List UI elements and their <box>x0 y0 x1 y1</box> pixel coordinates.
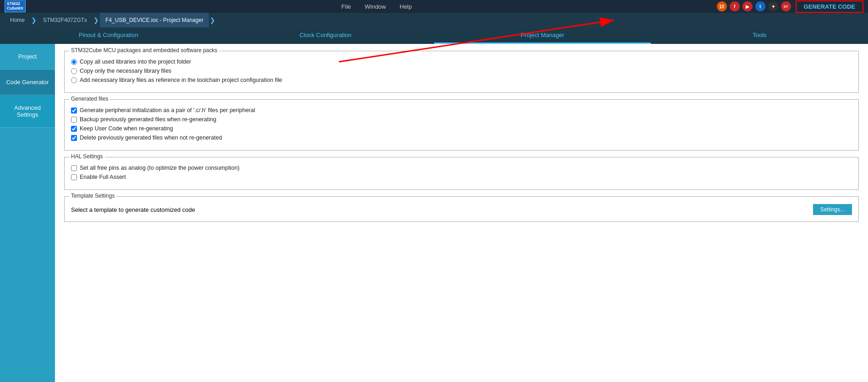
tab-bar: Pinout & Configuration Clock Configurati… <box>0 27 868 44</box>
top-right-icons: 10 f ▶ t ✦ ST <box>717 1 791 11</box>
template-settings-title: Template Settings <box>69 193 116 199</box>
check-generate-peripheral-label: Generate peripheral initialization as a … <box>80 107 255 113</box>
menu-window[interactable]: Window <box>365 3 386 10</box>
check-delete-previously-input[interactable] <box>71 135 77 141</box>
tab-tools[interactable]: Tools <box>651 27 868 44</box>
check-full-assert-label: Enable Full Assert <box>80 174 126 180</box>
breadcrumb-bar: Home ❯ STM32F407ZGTx ❯ F4_USB_DEVICE.ioc… <box>0 13 868 27</box>
check-free-pins-label: Set all free pins as analog (to optimize… <box>80 165 240 171</box>
st-icon[interactable]: ST <box>781 1 791 11</box>
generate-code-button[interactable]: GENERATE CODE <box>796 0 863 13</box>
tab-pinout[interactable]: Pinout & Configuration <box>0 27 217 44</box>
social-icon-4[interactable]: ✦ <box>768 1 778 11</box>
radio-copy-all-input[interactable] <box>71 59 77 65</box>
settings-button[interactable]: Settings... <box>813 204 852 215</box>
menu-bar: STM32 CubeMX File Window Help 10 f ▶ t ✦… <box>0 0 868 13</box>
sidebar-item-advanced-settings[interactable]: Advanced Settings <box>0 95 55 128</box>
sidebar: Project Code Generator Advanced Settings <box>0 44 55 382</box>
radio-copy-necessary-label: Copy only the necessary library files <box>80 68 171 74</box>
breadcrumb-home[interactable]: Home <box>5 13 30 27</box>
radio-copy-all[interactable]: Copy all used libraries into the project… <box>71 59 852 65</box>
social-icon-2[interactable]: ▶ <box>742 1 753 11</box>
menu-file[interactable]: File <box>341 3 351 10</box>
breadcrumb-sep-3: ❯ <box>210 16 215 24</box>
social-icon-3[interactable]: t <box>755 1 765 11</box>
check-generate-peripheral[interactable]: Generate peripheral initialization as a … <box>71 107 852 113</box>
tab-project-manager[interactable]: Project Manager <box>434 27 651 44</box>
breadcrumb-sep-1: ❯ <box>31 16 37 24</box>
check-backup[interactable]: Backup previously generated files when r… <box>71 116 852 123</box>
stm32cube-section: STM32Cube MCU packages and embedded soft… <box>64 51 859 93</box>
radio-add-reference-label: Add necessary library files as reference… <box>80 77 282 83</box>
breadcrumb-project[interactable]: F4_USB_DEVICE.ioc - Project Manager <box>100 13 209 27</box>
hal-settings-options: Set all free pins as analog (to optimize… <box>71 165 852 180</box>
radio-copy-necessary-input[interactable] <box>71 68 77 74</box>
breadcrumb-mcu[interactable]: STM32F407ZGTx <box>38 13 93 27</box>
check-full-assert[interactable]: Enable Full Assert <box>71 174 852 180</box>
breadcrumb-sep-2: ❯ <box>93 16 99 24</box>
check-keep-user-code-input[interactable] <box>71 126 77 132</box>
check-full-assert-input[interactable] <box>71 174 77 180</box>
radio-copy-necessary[interactable]: Copy only the necessary library files <box>71 68 852 74</box>
check-backup-label: Backup previously generated files when r… <box>80 116 216 123</box>
stm32cube-options: Copy all used libraries into the project… <box>71 59 852 83</box>
menu-items: File Window Help <box>37 3 717 10</box>
generated-files-options: Generate peripheral initialization as a … <box>71 107 852 141</box>
sidebar-item-code-generator[interactable]: Code Generator <box>0 70 55 95</box>
stm32cube-section-title: STM32Cube MCU packages and embedded soft… <box>69 47 219 54</box>
radio-add-reference[interactable]: Add necessary library files as reference… <box>71 77 852 83</box>
menu-help[interactable]: Help <box>400 3 412 10</box>
main-layout: Project Code Generator Advanced Settings… <box>0 44 868 382</box>
check-backup-input[interactable] <box>71 117 77 123</box>
radio-add-reference-input[interactable] <box>71 77 77 83</box>
sidebar-item-project[interactable]: Project <box>0 44 55 70</box>
template-settings-section: Template Settings Select a template to g… <box>64 196 859 222</box>
generated-files-section: Generated files Generate peripheral init… <box>64 99 859 151</box>
template-settings-content: Select a template to generate customized… <box>71 204 852 215</box>
check-keep-user-code[interactable]: Keep User Code when re-generating <box>71 125 852 132</box>
app-logo: STM32 CubeMX <box>5 0 27 13</box>
check-free-pins[interactable]: Set all free pins as analog (to optimize… <box>71 165 852 171</box>
social-icon-1[interactable]: f <box>730 1 740 11</box>
logo-box: STM32 CubeMX <box>5 0 26 12</box>
template-settings-description: Select a template to generate customized… <box>71 206 195 213</box>
content-area: STM32Cube MCU packages and embedded soft… <box>55 44 868 382</box>
tab-clock[interactable]: Clock Configuration <box>217 27 434 44</box>
generated-files-title: Generated files <box>69 96 110 102</box>
check-keep-user-code-label: Keep User Code when re-generating <box>80 125 173 132</box>
radio-copy-all-label: Copy all used libraries into the project… <box>80 59 191 65</box>
hal-settings-title: HAL Settings <box>69 153 105 160</box>
hal-settings-section: HAL Settings Set all free pins as analog… <box>64 157 859 190</box>
check-delete-previously-label: Delete previously generated files when n… <box>80 135 222 141</box>
notification-icon[interactable]: 10 <box>717 1 727 11</box>
check-free-pins-input[interactable] <box>71 165 77 171</box>
check-delete-previously[interactable]: Delete previously generated files when n… <box>71 135 852 141</box>
check-generate-peripheral-input[interactable] <box>71 108 77 113</box>
